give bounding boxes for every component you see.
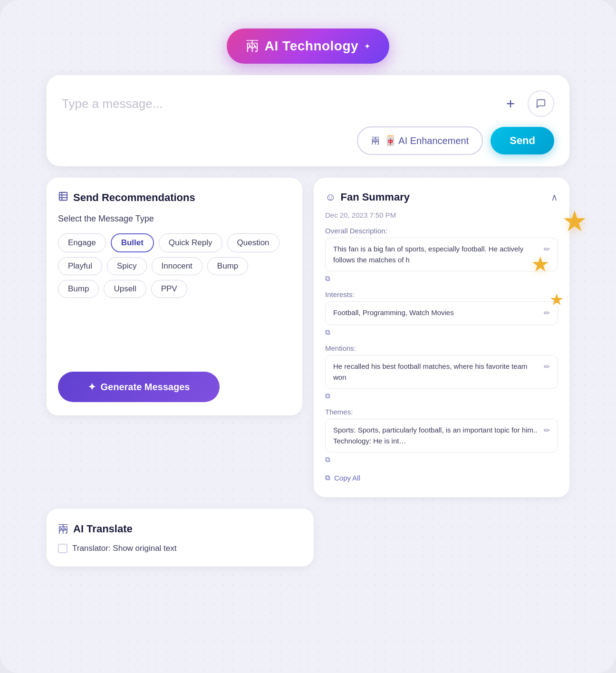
chat-icon-button[interactable]: [528, 90, 554, 117]
ai-enhancement-label: 🀄 AI Enhancement: [385, 135, 469, 146]
header-badge-text: AI Technology: [265, 38, 358, 54]
interests-text: Football, Programming, Watch Movies: [333, 308, 540, 318]
fan-summary-panel: ☺ Fan Summary ∧ Dec 20, 2023 7:50 PM Ove…: [314, 178, 569, 497]
copy-all-label: Copy All: [334, 474, 360, 482]
copy-all-button[interactable]: ⧉ Copy All: [325, 471, 558, 484]
themes-box: Sports: Sports, particularly football, i…: [325, 419, 558, 452]
fan-summary-header: ☺ Fan Summary ∧: [325, 191, 558, 203]
translate-header: 兩 AI Translate: [58, 522, 302, 536]
mentions-field: Mentions: He recalled his best football …: [325, 344, 558, 400]
type-tag-question[interactable]: Question: [227, 233, 279, 252]
send-recommendations-panel: Send Recommendations Select the Message …: [47, 178, 302, 415]
type-tag-upsell[interactable]: Upsell: [104, 280, 146, 298]
edit-icon-description[interactable]: ✏: [544, 244, 550, 255]
panel-header: Send Recommendations: [58, 191, 291, 204]
type-tag-bump-1[interactable]: Bump: [207, 257, 248, 275]
panels-row: Send Recommendations Select the Message …: [47, 178, 569, 497]
themes-text: Sports: Sports, particularly football, i…: [333, 425, 540, 446]
collapse-button[interactable]: ∧: [551, 192, 558, 203]
ai-tech-icon: 兩: [246, 37, 259, 55]
translate-option-row: Translator: Show original text: [58, 544, 302, 553]
overall-description-text: This fan is a big fan of sports, especia…: [333, 244, 540, 265]
send-label: Send: [510, 135, 535, 146]
fan-summary-icon: ☺: [325, 191, 336, 203]
message-types-grid: Engage Bullet Quick Reply Question Playf…: [58, 233, 291, 298]
overall-description-label: Overall Description:: [325, 227, 558, 235]
svg-rect-0: [59, 192, 67, 201]
type-tag-bullet[interactable]: Bullet: [111, 233, 154, 252]
edit-icon-interests[interactable]: ✏: [544, 308, 550, 319]
recommendations-icon: [58, 191, 68, 204]
copy-icon-description[interactable]: ⧉: [325, 274, 558, 283]
generate-messages-button[interactable]: ✦ Generate Messages: [58, 372, 220, 402]
themes-label: Themes:: [325, 408, 558, 416]
themes-field: Themes: Sports: Sports, particularly foo…: [325, 408, 558, 464]
message-input-area: + 兩 🀄 AI Enhancement Send: [47, 75, 569, 166]
ai-enhancement-button[interactable]: 兩 🀄 AI Enhancement: [357, 126, 483, 155]
ai-translate-panel: 兩 AI Translate Translator: Show original…: [47, 509, 314, 567]
fan-summary-title: Fan Summary: [340, 191, 410, 203]
show-original-label: Translator: Show original text: [72, 544, 177, 553]
mentions-text: He recalled his best football matches, w…: [333, 361, 540, 383]
overall-description-box: This fan is a big fan of sports, especia…: [325, 238, 558, 271]
send-button[interactable]: Send: [491, 127, 554, 154]
copy-icon-interests[interactable]: ⧉: [325, 328, 558, 336]
mentions-box: He recalled his best football matches, w…: [325, 355, 558, 389]
type-tag-ppv[interactable]: PPV: [151, 280, 187, 298]
edit-icon-mentions[interactable]: ✏: [544, 361, 550, 373]
header-badge: 兩 AI Technology ✦: [227, 29, 389, 64]
type-tag-spicy[interactable]: Spicy: [107, 257, 147, 275]
type-tag-engage[interactable]: Engage: [58, 233, 106, 252]
overall-description-field: Overall Description: This fan is a big f…: [325, 227, 558, 283]
type-tag-bump-2[interactable]: Bump: [58, 280, 99, 298]
interests-label: Interests:: [325, 290, 558, 298]
app-container: ★ ★ ★ 兩 AI Technology ✦ + 兩 🀄 AI Enhance…: [0, 0, 616, 673]
fan-summary-timestamp: Dec 20, 2023 7:50 PM: [325, 211, 558, 219]
type-tag-playful[interactable]: Playful: [58, 257, 102, 275]
add-button[interactable]: +: [501, 94, 520, 113]
copy-icon-themes[interactable]: ⧉: [325, 455, 558, 464]
mentions-label: Mentions:: [325, 344, 558, 352]
select-type-label: Select the Message Type: [58, 214, 291, 224]
actions-row: 兩 🀄 AI Enhancement Send: [62, 126, 554, 155]
ai-enhance-icon: 兩: [371, 135, 380, 146]
message-input[interactable]: [62, 96, 493, 111]
generate-icon: ✦: [88, 381, 96, 393]
interests-field: Interests: Football, Programming, Watch …: [325, 290, 558, 336]
type-tag-quick-reply[interactable]: Quick Reply: [159, 233, 222, 252]
type-tag-innocent[interactable]: Innocent: [152, 257, 202, 275]
sparkle-icon: ✦: [364, 42, 370, 51]
translate-title: AI Translate: [73, 523, 133, 535]
translate-icon: 兩: [58, 522, 68, 536]
interests-box: Football, Programming, Watch Movies ✏: [325, 301, 558, 325]
edit-icon-themes[interactable]: ✏: [544, 425, 550, 436]
recommendations-title: Send Recommendations: [73, 192, 195, 204]
show-original-checkbox[interactable]: [58, 544, 67, 553]
copy-all-icon: ⧉: [325, 473, 330, 482]
copy-icon-mentions[interactable]: ⧉: [325, 392, 558, 400]
message-input-row: +: [62, 90, 554, 117]
generate-label: Generate Messages: [101, 382, 190, 393]
fan-summary-title-row: ☺ Fan Summary: [325, 191, 410, 203]
